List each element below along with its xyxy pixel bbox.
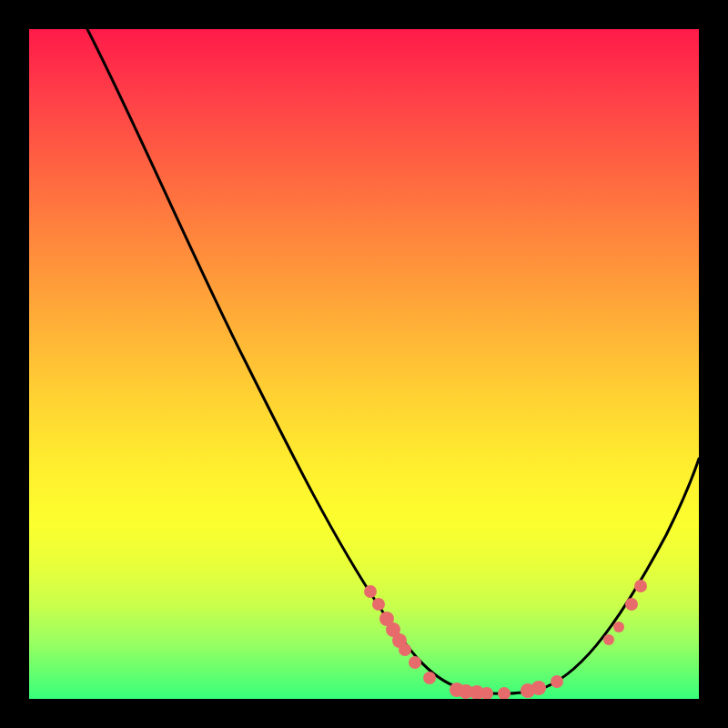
- data-point: [613, 622, 624, 632]
- data-point: [409, 656, 421, 669]
- data-point: [625, 598, 638, 611]
- data-point: [634, 580, 647, 592]
- watermark-text: TheBottleneck.com: [511, 4, 717, 32]
- data-point: [531, 681, 546, 695]
- data-point: [423, 672, 436, 684]
- curve-layer: [29, 29, 699, 699]
- chart-frame: TheBottleneck.com: [0, 0, 728, 728]
- data-point: [603, 634, 614, 645]
- data-point: [498, 687, 511, 699]
- plot-area: [29, 29, 699, 699]
- data-point: [399, 643, 411, 656]
- data-point: [551, 675, 563, 688]
- data-points: [364, 580, 647, 699]
- data-point: [364, 585, 377, 598]
- bottleneck-curve: [87, 29, 699, 694]
- data-point: [372, 598, 385, 611]
